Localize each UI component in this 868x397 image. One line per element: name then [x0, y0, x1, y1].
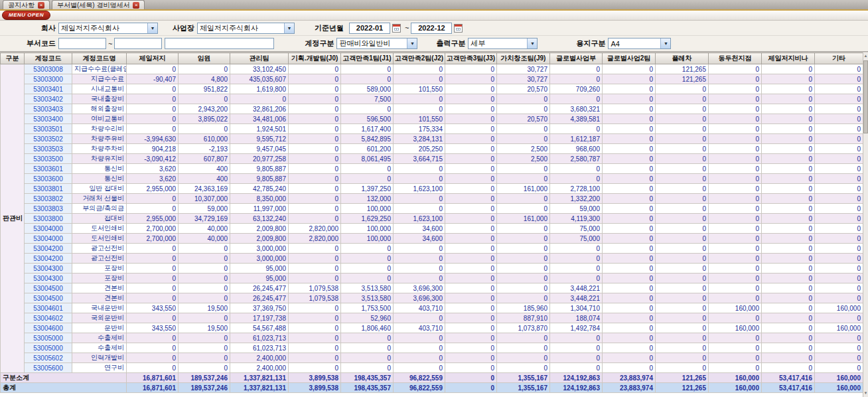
amount-cell: 54,567,488	[230, 323, 289, 333]
account-type-select[interactable]: 판매비와일반비 ▼	[336, 38, 417, 49]
column-header: 기타	[815, 53, 863, 64]
account-code-cell[interactable]: 53003401	[25, 84, 72, 94]
amount-cell: 0	[550, 174, 603, 184]
amount-cell: 0	[179, 94, 230, 104]
account-code-cell[interactable]: 53003800	[25, 214, 72, 224]
amount-cell: 26,245,477	[230, 283, 289, 293]
scrollbar-thumb[interactable]	[863, 60, 868, 133]
amount-cell: 0	[603, 84, 656, 94]
amount-cell: 0	[815, 64, 863, 74]
account-code-cell[interactable]: 53003403	[25, 104, 72, 114]
amount-cell: 0	[762, 74, 815, 84]
column-header: 계정코드	[25, 53, 72, 64]
account-code-cell[interactable]: 53004000	[25, 224, 72, 234]
table-row: 53003501차량수리비001,924,50101,617,400175,33…	[1, 124, 863, 134]
scroll-up-icon[interactable]: ▲	[863, 53, 868, 59]
account-code-cell[interactable]: 53004300	[25, 274, 72, 283]
account-name-cell: 거래처 선물비	[72, 194, 127, 204]
dept-code-to-input[interactable]	[114, 38, 162, 49]
account-code-cell[interactable]: 53004500	[25, 293, 72, 303]
amount-cell: 9,805,887	[230, 174, 289, 184]
amount-cell: 16,871,601	[127, 383, 179, 393]
account-code-cell[interactable]: 53005600	[25, 363, 72, 373]
account-code-cell[interactable]: 53003601	[25, 164, 72, 174]
account-code-cell[interactable]: 53003503	[25, 144, 72, 154]
account-code-cell[interactable]: 53003802	[25, 194, 72, 204]
chevron-down-icon: ▼	[527, 39, 537, 48]
calendar-icon[interactable]	[392, 24, 401, 33]
amount-cell: 0	[127, 114, 179, 124]
amount-cell: 0	[445, 74, 497, 84]
amount-cell: 0	[127, 283, 179, 293]
amount-cell: 0	[709, 343, 762, 353]
account-code-cell[interactable]: 53004602	[25, 313, 72, 323]
account-code-cell[interactable]: 53003801	[25, 184, 72, 194]
amount-cell: 0	[709, 254, 762, 264]
tab-expense-report[interactable]: 부서별(세목) 경비명세서 ×	[52, 0, 145, 9]
menu-open-button[interactable]: MENU OPEN	[2, 11, 50, 20]
account-code-cell[interactable]: 53004200	[25, 254, 72, 264]
amount-cell: 40,000	[179, 234, 230, 244]
account-code-cell[interactable]: 53003501	[25, 124, 72, 134]
table-row: 53003600통신비3,6204009,805,88700000000000	[1, 174, 863, 184]
account-code-cell[interactable]: 53004600	[25, 323, 72, 333]
vertical-scrollbar[interactable]: ▲ ▼	[863, 52, 868, 397]
account-code-cell[interactable]: 53004300	[25, 264, 72, 274]
amount-cell: 0	[179, 353, 230, 363]
amount-cell: 0	[550, 74, 603, 84]
amount-cell: 37,369,750	[230, 303, 289, 313]
account-code-cell[interactable]: 53003400	[25, 114, 72, 124]
account-code-cell[interactable]: 53004601	[25, 303, 72, 313]
amount-cell: 0	[289, 274, 341, 283]
amount-cell: 0	[394, 74, 445, 84]
amount-cell: 0	[394, 274, 445, 283]
tab-close-icon[interactable]: ×	[38, 2, 44, 9]
column-header: 제일저지비나	[762, 53, 815, 64]
account-code-cell[interactable]: 53003000	[25, 74, 72, 84]
amount-cell: 34,729,169	[179, 214, 230, 224]
amount-cell: 3,000,000	[230, 254, 289, 264]
account-name-cell: 인력개발비	[72, 353, 127, 363]
calendar-icon[interactable]	[454, 24, 463, 33]
account-code-cell[interactable]: 53004200	[25, 244, 72, 254]
dept-code-from-input[interactable]	[58, 38, 106, 49]
company-select[interactable]: 제일저지주식회사 ▼	[58, 23, 158, 34]
amount-cell: 0	[179, 274, 230, 283]
period-from-input[interactable]	[349, 23, 390, 34]
account-code-cell[interactable]: 53005000	[25, 343, 72, 353]
dept-name-display[interactable]	[165, 38, 274, 49]
tab-notice[interactable]: 공지사항 ×	[3, 0, 50, 9]
scroll-down-icon[interactable]: ▼	[863, 390, 868, 396]
paper-select[interactable]: A4 ▼	[608, 38, 671, 49]
amount-cell: 0	[127, 204, 179, 214]
amount-cell: 95,000	[230, 264, 289, 274]
account-code-cell[interactable]: 53003500	[25, 154, 72, 164]
amount-cell: 101,550	[394, 84, 445, 94]
period-to-input[interactable]	[411, 23, 452, 34]
amount-cell: 124,192,863	[550, 383, 603, 393]
amount-cell: 1,623,100	[394, 184, 445, 194]
account-code-cell[interactable]: 53003600	[25, 174, 72, 184]
amount-cell: 53,417,416	[762, 373, 815, 383]
amount-cell: 0	[289, 214, 341, 224]
output-select[interactable]: 세부 ▼	[468, 38, 538, 49]
account-code-cell[interactable]: 53003402	[25, 94, 72, 104]
account-code-cell[interactable]: 53004500	[25, 283, 72, 293]
workplace-select[interactable]: 제일저지주식회사 ▼	[197, 23, 295, 34]
account-code-cell[interactable]: 53003502	[25, 134, 72, 144]
account-code-cell[interactable]: 53003008	[25, 64, 72, 74]
amount-cell: 0	[815, 214, 863, 224]
amount-cell: 3,448,221	[550, 293, 603, 303]
account-code-cell[interactable]: 53004000	[25, 234, 72, 244]
amount-cell: 0	[709, 353, 762, 363]
amount-cell: 0	[762, 174, 815, 184]
amount-cell: 0	[445, 64, 497, 74]
company-select-value: 제일저지주식회사	[61, 23, 119, 33]
tab-close-icon[interactable]: ×	[133, 2, 139, 9]
amount-cell: 0	[179, 313, 230, 323]
account-code-cell[interactable]: 53003803	[25, 204, 72, 214]
amount-cell: 0	[603, 224, 656, 234]
account-code-cell[interactable]: 53005000	[25, 333, 72, 343]
account-code-cell[interactable]: 53005602	[25, 353, 72, 363]
column-header: 구분	[1, 53, 25, 64]
